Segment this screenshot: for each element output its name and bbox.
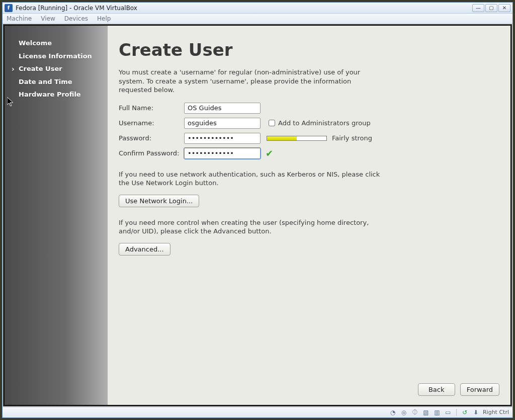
menubar: Machine View Devices Help <box>3 14 512 24</box>
sidebar-item-welcome[interactable]: Welcome <box>19 39 101 48</box>
label-fullname: Full Name: <box>119 104 184 112</box>
row-password: Password: Fairly strong <box>119 133 499 144</box>
statusbar-divider <box>456 409 457 416</box>
label-password: Password: <box>119 134 184 142</box>
page-title: Create User <box>119 40 499 60</box>
wizard-sidebar: Welcome License Information Create User … <box>5 26 108 405</box>
admin-checkbox-wrap[interactable]: Add to Administrators group <box>267 118 371 128</box>
password-strength: Fairly strong <box>267 134 372 142</box>
input-fullname[interactable] <box>184 103 261 114</box>
statusbar: ◔ ◎ ⏀ ▧ ▥ ▭ ↺ ⬇ Right Ctrl <box>3 407 512 417</box>
shared-folder-icon[interactable]: ▥ <box>433 408 441 416</box>
network-icon[interactable]: ▧ <box>422 408 430 416</box>
hdd-icon[interactable]: ◔ <box>389 408 397 416</box>
checkbox-add-admin[interactable] <box>269 120 275 126</box>
input-username[interactable] <box>184 118 261 129</box>
row-username: Username: Add to Administrators group <box>119 118 499 129</box>
label-username: Username: <box>119 119 184 127</box>
app-icon: f <box>5 4 13 12</box>
firstboot-wizard: Welcome License Information Create User … <box>5 26 510 405</box>
back-button[interactable]: Back <box>418 383 455 396</box>
wizard-nav: Back Forward <box>418 383 499 396</box>
sidebar-item-create-user[interactable]: Create User <box>19 64 101 73</box>
usb-icon[interactable]: ⏀ <box>411 408 419 416</box>
minimize-button[interactable]: — <box>472 4 484 12</box>
forward-button[interactable]: Forward <box>460 383 499 396</box>
label-confirm: Confirm Password: <box>119 149 184 157</box>
window-title: Fedora [Running] - Oracle VM VirtualBox <box>16 5 137 12</box>
intro-text: You must create a 'username' for regular… <box>119 68 380 95</box>
advanced-text: If you need more control when creating t… <box>119 218 380 236</box>
sidebar-item-hardware[interactable]: Hardware Profile <box>19 90 101 99</box>
guest-screen: Welcome License Information Create User … <box>4 25 511 405</box>
row-fullname: Full Name: <box>119 103 499 114</box>
network-text: If you need to use network authenticatio… <box>119 170 380 188</box>
close-button[interactable]: ✕ <box>498 4 510 12</box>
mouse-integration-icon[interactable]: ↺ <box>461 408 469 416</box>
menu-view[interactable]: View <box>41 15 55 22</box>
advanced-button[interactable]: Advanced... <box>119 243 170 256</box>
password-strength-fill <box>267 136 297 140</box>
window-titlebar[interactable]: f Fedora [Running] - Oracle VM VirtualBo… <box>3 3 512 14</box>
sidebar-item-date-time[interactable]: Date and Time <box>19 77 101 87</box>
label-add-admin: Add to Administrators group <box>278 119 371 127</box>
menu-machine[interactable]: Machine <box>7 15 32 22</box>
guest-area: Welcome License Information Create User … <box>3 24 512 406</box>
optical-icon[interactable]: ◎ <box>400 408 408 416</box>
display-icon[interactable]: ▭ <box>444 408 452 416</box>
password-strength-text: Fairly strong <box>332 134 372 142</box>
sidebar-item-license[interactable]: License Information <box>19 52 101 61</box>
input-password[interactable] <box>184 133 261 144</box>
wizard-content: Create User You must create a 'username'… <box>108 26 510 405</box>
check-icon: ✔ <box>266 149 273 158</box>
password-strength-bar <box>267 136 327 141</box>
row-confirm: Confirm Password: ✔ <box>119 148 499 159</box>
input-confirm-password[interactable] <box>184 148 261 159</box>
maximize-button[interactable]: ▢ <box>485 4 497 12</box>
host-key-label: Right Ctrl <box>483 409 509 415</box>
keyboard-capture-icon[interactable]: ⬇ <box>472 408 480 416</box>
menu-devices[interactable]: Devices <box>64 15 88 22</box>
menu-help[interactable]: Help <box>97 15 111 22</box>
virtualbox-window: f Fedora [Running] - Oracle VM VirtualBo… <box>2 2 513 418</box>
network-login-button[interactable]: Use Network Login... <box>119 195 199 207</box>
